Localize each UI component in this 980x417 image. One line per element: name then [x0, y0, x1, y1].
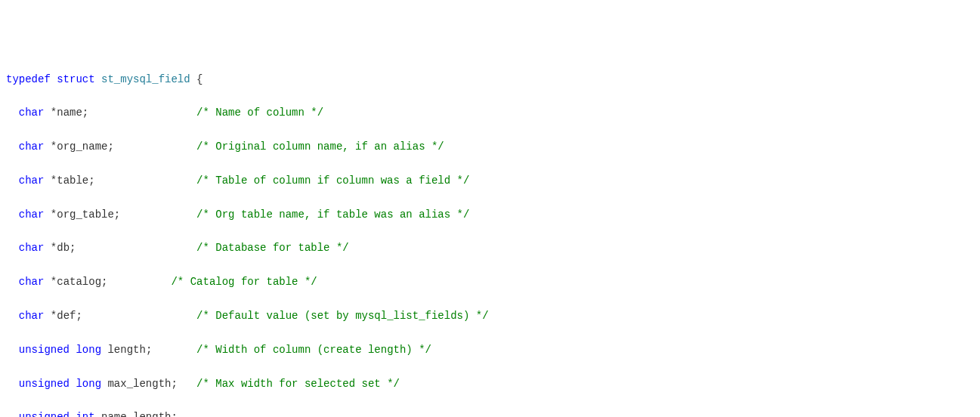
- keyword-unsigned: unsigned: [19, 378, 70, 390]
- code-line: char *org_name; /* Original column name,…: [6, 138, 974, 155]
- comment: /* Original column name, if an alias */: [196, 141, 444, 153]
- pointer: *: [51, 141, 57, 153]
- keyword-struct: struct: [57, 73, 94, 85]
- code-line: char *name; /* Name of column */: [6, 104, 974, 121]
- comment: /* Table of column if column was a field…: [196, 175, 469, 187]
- comment: /* Default value (set by mysql_list_fiel…: [196, 310, 488, 322]
- semicolon: ;: [82, 107, 88, 119]
- identifier: table: [57, 175, 88, 187]
- code-line: unsigned long max_length; /* Max width f…: [6, 375, 974, 392]
- identifier: org_table: [57, 208, 114, 221]
- keyword-char: char: [19, 208, 45, 221]
- semicolon: ;: [76, 310, 82, 322]
- pointer: *: [51, 208, 57, 221]
- keyword-long: long: [76, 344, 101, 356]
- comment: /* Name of column */: [196, 107, 323, 119]
- keyword-typedef: typedef: [6, 73, 51, 85]
- identifier: catalog: [57, 276, 101, 288]
- semicolon: ;: [146, 344, 152, 356]
- code-line: char *org_table; /* Org table name, if t…: [6, 206, 974, 223]
- keyword-char: char: [19, 141, 45, 153]
- code-line: char *def; /* Default value (set by mysq…: [6, 307, 974, 324]
- identifier: length: [107, 344, 145, 356]
- pointer: *: [51, 242, 57, 254]
- code-line: unsigned long length; /* Width of column…: [6, 341, 974, 358]
- pointer: *: [51, 276, 57, 288]
- code-line: typedef struct st_mysql_field {: [6, 71, 974, 88]
- semicolon: ;: [70, 242, 76, 254]
- keyword-unsigned: unsigned: [19, 411, 70, 417]
- identifier: def: [57, 310, 76, 322]
- identifier: org_name: [57, 141, 107, 153]
- semicolon: ;: [171, 411, 177, 417]
- semicolon: ;: [171, 378, 177, 390]
- keyword-long: long: [76, 378, 101, 390]
- pointer: *: [51, 175, 57, 187]
- keyword-char: char: [19, 276, 45, 288]
- code-line: char *db; /* Database for table */: [6, 239, 974, 256]
- pointer: *: [51, 107, 57, 119]
- identifier: name: [57, 107, 82, 119]
- pointer: *: [51, 310, 57, 322]
- comment: /* Catalog for table */: [171, 276, 317, 288]
- comment: /* Max width for selected set */: [196, 378, 400, 390]
- keyword-unsigned: unsigned: [19, 344, 70, 356]
- keyword-char: char: [19, 242, 45, 254]
- keyword-char: char: [19, 107, 45, 119]
- keyword-char: char: [19, 175, 45, 187]
- semicolon: ;: [114, 208, 120, 221]
- identifier: name_length: [101, 411, 171, 417]
- semicolon: ;: [107, 141, 113, 153]
- keyword-char: char: [19, 310, 45, 322]
- identifier: max_length: [107, 378, 171, 390]
- code-line: char *table; /* Table of column if colum…: [6, 172, 974, 189]
- type-name: st_mysql_field: [101, 73, 190, 85]
- comment: /* Org table name, if table was an alias…: [196, 208, 469, 221]
- keyword-int: int: [76, 411, 94, 417]
- comment: /* Database for table */: [196, 242, 349, 254]
- semicolon: ;: [88, 175, 94, 187]
- code-line: unsigned int name_length;: [6, 409, 974, 417]
- brace-open: {: [196, 73, 202, 85]
- comment: /* Width of column (create length) */: [196, 344, 431, 356]
- identifier: db: [57, 242, 70, 254]
- semicolon: ;: [101, 276, 107, 288]
- code-line: char *catalog; /* Catalog for table */: [6, 273, 974, 290]
